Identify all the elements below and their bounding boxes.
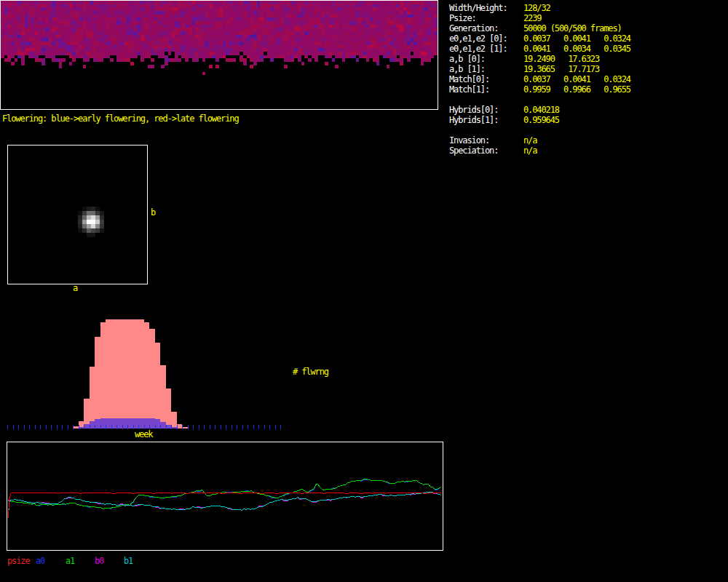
- legend-item-a1: a1: [66, 557, 74, 566]
- stats-row: a,b [1]:19.3665 17.7173: [449, 65, 726, 75]
- stats-row: [449, 126, 726, 136]
- series-line-psize: [8, 493, 441, 518]
- stats-value: 2239: [523, 14, 542, 23]
- stats-value: 19.3665 17.7173: [523, 65, 599, 74]
- stats-value: 0.0037 0.0041 0.0324: [523, 75, 630, 84]
- stats-row: Width/Height:128/32: [449, 4, 726, 14]
- stats-row: Match[0]:0.0037 0.0041 0.0324: [449, 75, 726, 85]
- stats-label: a,b [0]:: [449, 55, 485, 64]
- stats-value: 128/32: [523, 4, 550, 13]
- timeseries-panel: [7, 442, 443, 551]
- stats-row: a,b [0]:19.2490 17.6323: [449, 55, 726, 65]
- stats-label: e0,e1,e2 [0]:: [449, 34, 507, 44]
- population-grid: [1, 1, 438, 109]
- stats-label: Hybrids[0]:: [449, 105, 498, 115]
- axis-label-a: a: [73, 284, 77, 293]
- stats-value: 0.9959 0.9966 0.9655: [523, 85, 630, 95]
- flwrng-count-label: # flwrng: [293, 367, 328, 377]
- stats-row: [449, 95, 726, 105]
- legend-item-psize: psize: [7, 557, 30, 566]
- ab-scatter-panel: [7, 145, 148, 284]
- stats-value: 0.040218: [523, 105, 559, 115]
- series-legend: psizea0a1b0b1: [0, 557, 218, 567]
- stats-value: 19.2490 17.6323: [523, 55, 599, 64]
- stats-label: Match[1]:: [449, 85, 489, 95]
- stats-label: Generation:: [449, 24, 498, 33]
- stats-row: Generation:50000 (500/500 frames): [449, 24, 726, 34]
- population-grid-panel: [0, 0, 438, 110]
- stats-panel: Width/Height:128/32Psize:2239Generation:…: [449, 4, 726, 156]
- stats-label: Psize:: [449, 14, 476, 23]
- stats-row: Invasion:n/a: [449, 136, 726, 146]
- stats-label: Invasion:: [449, 136, 489, 146]
- stats-row: e0,e1,e2 [0]:0.0037 0.0041 0.0324: [449, 34, 726, 44]
- stats-label: Width/Height:: [449, 4, 507, 13]
- timeseries-plot: [7, 442, 441, 549]
- stats-label: e0,e1,e2 [1]:: [449, 44, 507, 54]
- ab-density-plot: [8, 146, 146, 282]
- stats-label: Hybrids[1]:: [449, 116, 498, 125]
- stats-value: 0.0041 0.0034 0.0345: [523, 44, 630, 54]
- stats-row: Hybrids[0]:0.040218: [449, 105, 726, 116]
- week-axis-label: week: [135, 430, 153, 439]
- stats-row: Hybrids[1]:0.959645: [449, 116, 726, 126]
- stats-label: Speciation:: [449, 146, 498, 156]
- flowering-week-histogram: [0, 313, 313, 431]
- series-line-a0: [8, 479, 441, 509]
- stats-row: Speciation:n/a: [449, 146, 726, 156]
- stats-value: 0.0037 0.0041 0.0324: [523, 34, 630, 44]
- axis-label-b: b: [151, 208, 155, 218]
- stats-value: 50000 (500/500 frames): [523, 24, 622, 33]
- legend-item-b1: b1: [124, 557, 132, 566]
- stats-value: n/a: [523, 146, 537, 156]
- stats-row: Psize:2239: [449, 14, 726, 24]
- stats-label: Match[0]:: [449, 75, 489, 84]
- flowering-caption: Flowering: blue->early flowering, red->l…: [2, 114, 239, 124]
- stats-value: n/a: [523, 136, 537, 146]
- stats-label: a,b [1]:: [449, 65, 485, 74]
- legend-item-a0: a0: [36, 557, 44, 566]
- series-line-b1: [8, 492, 441, 518]
- stats-row: Match[1]:0.9959 0.9966 0.9655: [449, 85, 726, 95]
- legend-item-b0: b0: [95, 557, 103, 566]
- app-window: Flowering: blue->early flowering, red->l…: [0, 0, 728, 582]
- stats-row: e0,e1,e2 [1]:0.0041 0.0034 0.0345: [449, 44, 726, 55]
- stats-value: 0.959645: [523, 116, 559, 125]
